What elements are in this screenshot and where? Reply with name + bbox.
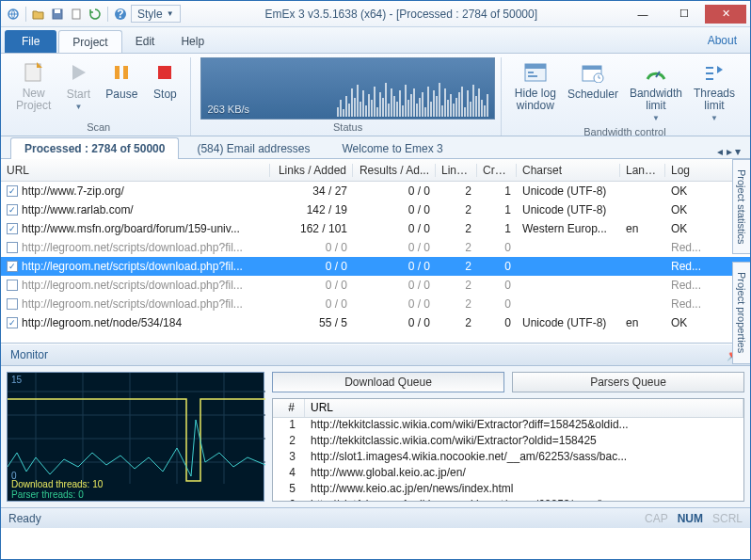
checkbox-icon[interactable]: ✓ bbox=[7, 280, 18, 291]
results-cell: 0 / 0 bbox=[353, 241, 436, 254]
queue-col-num[interactable]: # bbox=[273, 399, 305, 417]
col-url[interactable]: URL bbox=[1, 164, 270, 177]
col-lang[interactable]: Lang ... bbox=[620, 164, 665, 177]
qat-save-icon[interactable] bbox=[49, 6, 66, 23]
links-added-cell: 0 / 0 bbox=[270, 279, 353, 292]
list-item[interactable]: 1http://tekkitclassic.wikia.com/wiki/Ext… bbox=[273, 418, 743, 434]
checkbox-icon[interactable]: ✓ bbox=[7, 185, 18, 197]
lang-cell: en bbox=[620, 222, 665, 235]
checkbox-icon[interactable]: ✓ bbox=[7, 223, 18, 234]
minimize-button[interactable]: — bbox=[622, 5, 663, 24]
close-button[interactable]: ✕ bbox=[705, 5, 746, 24]
stop-button[interactable]: Stop bbox=[145, 57, 184, 120]
qat-doc-icon[interactable] bbox=[68, 6, 85, 23]
threads-limit-button[interactable]: Threads limit ▼ bbox=[690, 57, 739, 124]
quick-access-toolbar: ? Style▼ bbox=[5, 5, 181, 23]
file-menu[interactable]: File bbox=[5, 30, 56, 53]
list-item[interactable]: 6http://slot1.images1.wikia.nocookie.net… bbox=[273, 498, 743, 502]
col-charset[interactable]: Charset bbox=[517, 164, 620, 177]
link-cell: 2 bbox=[436, 316, 477, 329]
svg-text:?: ? bbox=[117, 8, 123, 21]
results-cell: 0 / 0 bbox=[353, 222, 436, 235]
links-added-cell: 0 / 0 bbox=[270, 297, 353, 311]
qat-help-icon[interactable]: ? bbox=[112, 6, 129, 23]
qat-globe-icon[interactable] bbox=[5, 6, 22, 23]
links-added-cell: 55 / 5 bbox=[270, 316, 353, 329]
links-added-cell: 34 / 27 bbox=[270, 184, 353, 198]
table-row[interactable]: ✓http://legroom.net/node/534/184 55 / 5 … bbox=[1, 313, 750, 332]
cro-cell: 1 bbox=[477, 184, 517, 198]
list-item[interactable]: 3http://slot1.images4.wikia.nocookie.net… bbox=[273, 450, 743, 466]
svg-rect-7 bbox=[115, 66, 120, 79]
results-cell: 0 / 0 bbox=[353, 279, 436, 292]
link-cell: 2 bbox=[436, 297, 477, 311]
keyboard-indicators: CAP NUM SCRL bbox=[645, 512, 743, 525]
results-cell: 0 / 0 bbox=[353, 184, 436, 198]
checkbox-icon[interactable]: ✓ bbox=[7, 242, 18, 253]
ribbon-group-status: 263 KB/s Status bbox=[195, 57, 501, 136]
ribbon: New Project Start ▼ Pause Stop Scan 263 … bbox=[1, 54, 750, 136]
pause-button[interactable]: Pause bbox=[102, 57, 141, 120]
dl-threads-label: Download threads: 10 bbox=[11, 479, 103, 489]
table-row[interactable]: ✓http://legroom.net/scripts/download.php… bbox=[1, 257, 750, 276]
style-dropdown[interactable]: Style▼ bbox=[131, 5, 181, 23]
col-link[interactable]: Link ... bbox=[436, 164, 477, 177]
maximize-button[interactable]: ☐ bbox=[663, 5, 705, 24]
queue-num: 4 bbox=[273, 466, 305, 482]
parser-threads-label: Parser threads: 0 bbox=[11, 489, 84, 500]
status-ready: Ready bbox=[8, 512, 41, 525]
bandwidth-limit-button[interactable]: Bandwidth limit ▼ bbox=[626, 57, 686, 124]
list-item[interactable]: 4http://www.global.keio.ac.jp/en/ bbox=[273, 466, 743, 482]
list-item[interactable]: 5http://www.keio.ac.jp/en/news/index.htm… bbox=[273, 482, 743, 498]
qat-open-icon[interactable] bbox=[30, 6, 47, 23]
sidetab-statistics[interactable]: Project statistics bbox=[732, 159, 750, 254]
about-link[interactable]: About bbox=[695, 27, 750, 53]
cro-cell: 0 bbox=[477, 279, 517, 292]
col-results[interactable]: Results / Ad... bbox=[353, 164, 436, 177]
tab-emails[interactable]: (584) Email addresses bbox=[183, 137, 324, 159]
col-links-added[interactable]: Links / Added bbox=[270, 164, 353, 177]
queue-url: http://tekkitclassic.wikia.com/wiki/Extr… bbox=[305, 418, 743, 434]
edit-menu[interactable]: Edit bbox=[122, 30, 168, 53]
checkbox-icon[interactable]: ✓ bbox=[7, 298, 18, 310]
checkbox-icon[interactable]: ✓ bbox=[7, 204, 18, 216]
sidetab-properties[interactable]: Project properties bbox=[732, 262, 750, 363]
checkbox-icon[interactable]: ✓ bbox=[7, 261, 18, 272]
queue-col-url[interactable]: URL bbox=[305, 399, 743, 417]
cro-cell: 1 bbox=[477, 203, 517, 216]
url-cell: http://www.msfn.org/board/forum/159-univ… bbox=[22, 222, 240, 235]
scrl-indicator: SCRL bbox=[712, 512, 743, 525]
url-cell: http://www.rarlab.com/ bbox=[22, 203, 134, 216]
table-row[interactable]: ✓http://legroom.net/scripts/download.php… bbox=[1, 238, 750, 257]
queue-header: # URL bbox=[273, 399, 743, 418]
url-cell: http://legroom.net/scripts/download.php?… bbox=[22, 297, 243, 311]
table-row[interactable]: ✓http://legroom.net/scripts/download.php… bbox=[1, 295, 750, 313]
tab-processed[interactable]: Processed : 2784 of 50000 bbox=[10, 137, 179, 159]
charset-cell: Western Europ... bbox=[517, 222, 620, 235]
window-buttons: — ☐ ✕ bbox=[622, 5, 746, 24]
start-button[interactable]: Start ▼ bbox=[58, 57, 98, 120]
qat-refresh-icon[interactable] bbox=[87, 6, 104, 23]
ribbon-group-bandwidth: Hide log window Scheduler Bandwidth limi… bbox=[505, 57, 744, 136]
help-menu[interactable]: Help bbox=[168, 30, 217, 53]
link-cell: 2 bbox=[436, 279, 477, 292]
tab-nav[interactable]: ◂ ▸ ▾ bbox=[717, 145, 741, 158]
checkbox-icon[interactable]: ✓ bbox=[7, 317, 18, 328]
scheduler-button[interactable]: Scheduler bbox=[564, 57, 622, 124]
list-item[interactable]: 2http://tekkitclassic.wikia.com/wiki/Ext… bbox=[273, 434, 743, 450]
hide-log-button[interactable]: Hide log window bbox=[511, 57, 560, 124]
link-cell: 2 bbox=[436, 260, 477, 273]
table-row[interactable]: ✓http://legroom.net/scripts/download.php… bbox=[1, 276, 750, 295]
download-queue-tab[interactable]: Download Queue bbox=[272, 372, 504, 392]
table-row[interactable]: ✓http://www.rarlab.com/ 142 / 19 0 / 0 2… bbox=[1, 200, 750, 219]
svg-rect-9 bbox=[158, 66, 171, 79]
col-cro[interactable]: Cro... bbox=[477, 164, 517, 177]
table-row[interactable]: ✓http://www.msfn.org/board/forum/159-uni… bbox=[1, 219, 750, 238]
chevron-down-icon: ▼ bbox=[652, 114, 660, 122]
project-menu[interactable]: Project bbox=[58, 30, 121, 53]
tab-welcome[interactable]: Welcome to Emex 3 bbox=[328, 137, 457, 159]
parsers-queue-tab[interactable]: Parsers Queue bbox=[512, 372, 744, 392]
window-title: EmEx 3 v3.5.1638 (x64) - [Processed : 27… bbox=[181, 8, 622, 21]
table-row[interactable]: ✓http://www.7-zip.org/ 34 / 27 0 / 0 2 1… bbox=[1, 182, 750, 200]
new-project-button[interactable]: New Project bbox=[12, 57, 55, 120]
